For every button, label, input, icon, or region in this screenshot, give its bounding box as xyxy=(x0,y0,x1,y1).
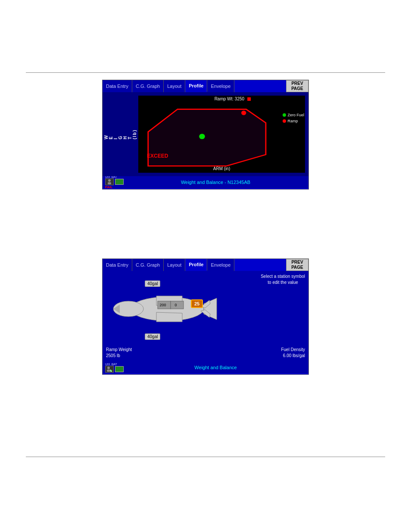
tab-cg-graph-2[interactable]: C.G. Graph xyxy=(132,259,164,271)
tab-spacer-1 xyxy=(234,80,286,92)
legend-zero-fuel: Zero Fuel xyxy=(283,113,304,117)
arm-label: ARM (in) xyxy=(213,166,230,171)
status-icons-group: UIX BAT FAIL xyxy=(105,175,124,189)
svg-point-17 xyxy=(107,367,110,369)
status-icons-group-2: UIX BAT xyxy=(105,363,124,373)
fuel-tank-bottom-label[interactable]: 40gal xyxy=(145,333,160,340)
svg-rect-20 xyxy=(110,370,111,372)
legend-ramp: Ramp xyxy=(283,119,304,123)
screen2-tab-bar: Data Entry C.G. Graph Layout Profile Env… xyxy=(103,259,308,271)
fuel-density-value: 6.00 lbs/gal xyxy=(281,353,305,359)
screen2-panel: Data Entry C.G. Graph Layout Profile Env… xyxy=(102,258,309,375)
svg-marker-10 xyxy=(156,312,182,322)
battery-icon-2 xyxy=(115,366,124,372)
screen1-panel: Data Entry C.G. Graph Layout Profile Env… xyxy=(102,80,309,190)
tab-spacer-2 xyxy=(234,259,286,271)
envelope-svg xyxy=(138,96,305,173)
tab-envelope-2[interactable]: Envelope xyxy=(207,259,234,271)
tab-cg-graph-1[interactable]: C.G. Graph xyxy=(132,80,164,92)
prev-page-button-2[interactable]: PREVPAGE xyxy=(286,259,308,271)
uix-label-2: UIX xyxy=(105,363,110,366)
svg-rect-19 xyxy=(111,370,112,372)
svg-point-2 xyxy=(241,111,246,115)
tab-data-entry-2[interactable]: Data Entry xyxy=(103,259,132,271)
tab-data-entry-1[interactable]: Data Entry xyxy=(103,80,132,92)
aircraft-view: 40gal 200 0 xyxy=(107,275,227,348)
exceed-label: EXCEED xyxy=(147,153,168,159)
bat-label-2: BAT xyxy=(112,363,117,366)
ramp-wt-label: Ramp Wt: 3250 xyxy=(215,96,251,101)
person-icon-2 xyxy=(105,366,114,373)
ramp-dot xyxy=(283,119,286,123)
aircraft-svg: 200 0 xyxy=(107,279,219,339)
fuel-density-label: Fuel Density xyxy=(281,347,305,353)
svg-text:0: 0 xyxy=(174,303,177,307)
svg-point-1 xyxy=(199,134,205,139)
fuel-density-info: Fuel Density 6.00 lbs/gal xyxy=(281,347,305,359)
ramp-weight-info: Ramp Weight 2505 lb xyxy=(106,347,132,359)
screen2-layout-area: Select a station symbolto edit the value… xyxy=(103,271,308,361)
svg-rect-18 xyxy=(107,370,110,372)
screen2-status-title: Weight and Balance xyxy=(125,365,306,370)
svg-point-3 xyxy=(108,179,111,182)
battery-icon-1 xyxy=(115,179,124,185)
bottom-rule xyxy=(26,457,385,457)
person-icon-1 xyxy=(105,178,114,185)
tab-layout-1[interactable]: Layout xyxy=(164,80,185,92)
envelope-graph: Ramp Wt: 3250 EXCEED ARM (in) Zero Fuel xyxy=(138,96,305,173)
tab-envelope-1[interactable]: Envelope xyxy=(207,80,234,92)
ramp-weight-label: Ramp Weight xyxy=(106,347,132,353)
screen2-status-bar: UIX BAT Weight and Balance xyxy=(103,361,308,373)
screen1-tab-bar: Data Entry C.G. Graph Layout Profile Env… xyxy=(103,80,308,92)
tab-profile-1[interactable]: Profile xyxy=(185,80,207,92)
top-rule xyxy=(26,72,385,73)
fuel-tank-top-label[interactable]: 40gal xyxy=(145,280,160,287)
y-axis-label: WEIGHT(lb) xyxy=(104,129,137,140)
svg-rect-4 xyxy=(108,182,111,184)
selected-value-box[interactable]: 25 xyxy=(191,299,203,308)
ramp-weight-value: 2505 lb xyxy=(106,353,132,359)
svg-marker-8 xyxy=(204,298,217,320)
zero-fuel-dot xyxy=(283,113,286,117)
fail-label-1: FAIL xyxy=(105,185,112,189)
screen1-graph-area: WEIGHT(lb) Ramp Wt: 3250 EXCEED xyxy=(103,92,308,176)
screen1-status-title: Weight and Balance - N12345AB xyxy=(125,180,306,185)
graph-legend: Zero Fuel Ramp xyxy=(283,113,304,123)
svg-rect-12 xyxy=(171,301,184,309)
select-hint: Select a station symbolto edit the value xyxy=(261,274,305,286)
screen1-status-bar: UIX BAT FAIL Weight and Balance - N12345… xyxy=(103,176,308,188)
tab-profile-2[interactable]: Profile xyxy=(185,259,207,271)
tab-layout-2[interactable]: Layout xyxy=(164,259,185,271)
prev-page-button-1[interactable]: PREVPAGE xyxy=(286,80,308,92)
svg-text:200: 200 xyxy=(159,303,166,307)
